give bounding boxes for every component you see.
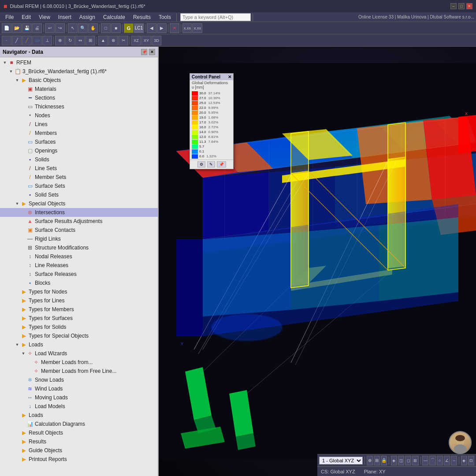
tb-redo[interactable]: ↪ <box>55 23 65 33</box>
viewport[interactable]: X Y Control Panel ✕ Global Deformations … <box>159 47 476 476</box>
tb-zoom[interactable]: 🔍 <box>78 23 88 33</box>
bt-dim[interactable]: ↔ <box>451 456 457 465</box>
tb-stop[interactable]: ✕ <box>170 23 179 33</box>
nav-tree-item-loadwizards[interactable]: ▼✧Load Wizards <box>0 349 158 358</box>
nav-tree-item-surfacesets[interactable]: ▭Surface Sets <box>0 182 158 190</box>
nav-tree-item-blocks[interactable]: ▪Blocks <box>0 279 158 287</box>
tb-draw-member[interactable]: ╱ <box>22 36 32 45</box>
tb-draw-node[interactable]: · <box>2 36 11 45</box>
nav-tree-item-lines[interactable]: /Lines <box>0 120 158 129</box>
tb-solid[interactable]: ■ <box>111 23 121 33</box>
tb-divide[interactable]: ✂ <box>119 36 128 45</box>
nav-tree-item-materials[interactable]: ▣Materials <box>0 85 158 93</box>
nav-tree-item-thicknesses[interactable]: ▭Thicknesses <box>0 102 158 111</box>
menu-file[interactable]: File <box>2 13 17 21</box>
nav-tree-item-surfacereleases[interactable]: ↕Surface Releases <box>0 270 158 279</box>
nav-tree-item-snowloads[interactable]: ❄Snow Loads <box>0 376 158 384</box>
menu-view[interactable]: View <box>35 13 54 21</box>
tb-g[interactable]: G <box>124 23 134 33</box>
bt-view2[interactable]: ◫ <box>398 456 404 465</box>
tb-view-3d[interactable]: 3D <box>152 36 161 45</box>
nav-tree-item-typessolids[interactable]: ▶Types for Solids <box>0 323 158 331</box>
nav-tree-item-openings[interactable]: ▢Openings <box>0 146 158 155</box>
bt-view4[interactable]: ⊞ <box>412 456 418 465</box>
nav-tree-item-nodalreleases[interactable]: ↕Nodal Releases <box>0 252 158 261</box>
nav-tree-item-surfaceresults[interactable]: ▲Surface Results Adjustments <box>0 217 158 226</box>
tb-x2[interactable]: x.xx <box>193 23 202 33</box>
tb-extrude[interactable]: ▲ <box>98 36 108 45</box>
nav-tree-item-typesmembers[interactable]: ▶Types for Members <box>0 305 158 314</box>
menu-edit[interactable]: Edit <box>18 13 34 21</box>
nav-tree-item-special[interactable]: ▼▶Special Objects <box>0 199 158 208</box>
bt-view3[interactable]: ◻ <box>405 456 411 465</box>
menu-results[interactable]: Results <box>130 13 154 21</box>
nav-tree-item-calcdiagrams[interactable]: 📊Calculation Diagrams <box>0 420 158 428</box>
bt-ortho[interactable]: ⊡ <box>468 456 474 465</box>
tb-intersect[interactable]: ⊗ <box>108 36 118 45</box>
bt-view1[interactable]: ◈ <box>391 456 397 465</box>
bt-line[interactable]: — <box>422 456 428 465</box>
tb-view-top[interactable]: XY <box>141 36 151 45</box>
nav-tree-item-rigidlinks[interactable]: —Rigid Links <box>0 234 158 243</box>
nav-tree-item-printout[interactable]: ▶Printout Reports <box>0 455 158 464</box>
tb-new[interactable]: 📄 <box>2 23 11 33</box>
nav-tree-item-typeslines[interactable]: ▶Types for Lines <box>0 296 158 305</box>
tb-print[interactable]: 🖨 <box>32 23 42 33</box>
bt-angle[interactable]: ∠ <box>444 456 450 465</box>
menu-assign[interactable]: Assign <box>76 13 99 21</box>
tb-undo[interactable]: ↩ <box>45 23 55 33</box>
close-button[interactable]: ✕ <box>466 3 472 9</box>
bt-arc[interactable]: ⌒ <box>429 456 435 465</box>
nav-tree-item-nodes[interactable]: •Nodes <box>0 111 158 120</box>
bt-iso[interactable]: ◈ <box>461 456 467 465</box>
nav-tree-item-surfaces[interactable]: ▭Surfaces <box>0 138 158 146</box>
nav-tree-item-typessurfaces[interactable]: ▶Types for Surfaces <box>0 314 158 323</box>
tb-prev[interactable]: ◀ <box>147 23 156 33</box>
nav-tree-item-typesnodes[interactable]: ▶Types for Nodes <box>0 287 158 296</box>
nav-tree-item-intersections[interactable]: ⊗Intersections <box>0 208 158 217</box>
maximize-button[interactable]: □ <box>458 3 465 9</box>
nav-tree-item-linereleases[interactable]: ↕Line Releases <box>0 261 158 270</box>
nav-tree-item-results[interactable]: ▶Results <box>0 437 158 446</box>
bt-circle[interactable]: ○ <box>437 456 443 465</box>
nav-tree-item-rfem[interactable]: ▼■RFEM <box>0 58 158 67</box>
cp-close-button[interactable]: ✕ <box>228 74 231 79</box>
nav-tree-item-resultobjects[interactable]: ▶Result Objects <box>0 428 158 437</box>
nav-tree-item-typesspecial[interactable]: ▶Types for Special Objects <box>0 331 158 340</box>
tb-x1[interactable]: x.xx <box>182 23 192 33</box>
nav-tree-item-memberloads[interactable]: ✧Member Loads from... <box>0 358 158 367</box>
tb-move[interactable]: ⊕ <box>55 36 65 45</box>
tb-wire[interactable]: □ <box>101 23 111 33</box>
tb-save[interactable]: 💾 <box>22 23 32 33</box>
cp-pin-btn[interactable]: 📌 <box>217 161 226 167</box>
nav-close[interactable]: ✕ <box>149 49 155 55</box>
nav-tree-item-solids[interactable]: ▪Solids <box>0 155 158 164</box>
nav-tree-item-sections[interactable]: ━Sections <box>0 93 158 102</box>
tb-pan[interactable]: ✋ <box>88 23 98 33</box>
tb-mirror[interactable]: ⇔ <box>75 36 85 45</box>
menu-tools[interactable]: Tools <box>155 13 175 21</box>
bt-snap[interactable]: ⊕ <box>367 456 373 465</box>
nav-tree-item-windloads[interactable]: ≋Wind Loads <box>0 384 158 393</box>
nav-tree-item-solidsets[interactable]: ▪Solid Sets <box>0 190 158 199</box>
nav-tree-item-file[interactable]: ▼📋3_Brücke_Wanderlast_fertig (1).rf6* <box>0 67 158 76</box>
nav-tree-item-loadgroup[interactable]: ▼▶Loads <box>0 340 158 349</box>
nav-tree-item-guideobjects[interactable]: ▶Guide Objects <box>0 446 158 455</box>
tb-draw-line[interactable]: ╱ <box>12 36 22 45</box>
search-input[interactable] <box>180 13 251 21</box>
nav-tree-item-loads[interactable]: ▶Loads <box>0 411 158 420</box>
nav-tree-item-movingloads[interactable]: ↔Moving Loads <box>0 393 158 402</box>
nav-tree-item-structuremod[interactable]: ⊞Structure Modifications <box>0 243 158 252</box>
tb-rotate[interactable]: ↻ <box>65 36 75 45</box>
bt-grid[interactable]: ⊞ <box>374 456 380 465</box>
cp-edit-btn[interactable]: ✎ <box>207 161 215 167</box>
tb-draw-support[interactable]: ⊥ <box>42 36 52 45</box>
tb-view-front[interactable]: XZ <box>131 36 141 45</box>
nav-tree-item-members[interactable]: /Members <box>0 129 158 138</box>
tb-select[interactable]: ↖ <box>68 23 78 33</box>
tb-lc[interactable]: LC1 <box>134 23 144 33</box>
coord-system-select[interactable]: 1 - Global XYZ <box>319 457 363 465</box>
tb-copy[interactable]: ⊞ <box>86 36 95 45</box>
nav-tree-item-basic[interactable]: ▼▶Basic Objects <box>0 76 158 85</box>
menu-insert[interactable]: Insert <box>55 13 75 21</box>
